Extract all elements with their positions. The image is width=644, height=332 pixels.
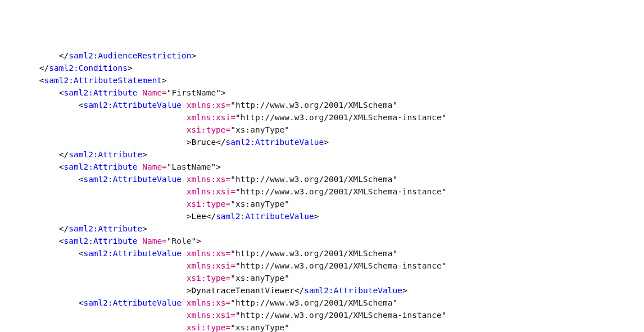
attr-value: http://www.w3.org/2001/XMLSchema — [235, 249, 392, 258]
attr-value: http://www.w3.org/2001/XMLSchema-instanc… — [241, 311, 442, 320]
equals: = — [226, 323, 231, 332]
attr-value: http://www.w3.org/2001/XMLSchema — [235, 298, 392, 307]
attr-name: xmlns:xs — [187, 249, 226, 258]
close-tag: saml2:Attribute — [69, 150, 142, 159]
equals: = — [162, 88, 167, 97]
attr-name: xmlns:xsi — [187, 187, 231, 196]
attr-value: xs:anyType — [235, 199, 284, 208]
attr-value: Role — [172, 237, 192, 245]
text-content: DynatraceTenantViewer — [191, 286, 294, 295]
close-tag: saml2:AudienceRestriction — [69, 51, 191, 60]
attr-name: xmlns:xsi — [187, 113, 231, 122]
open-tag: saml2:AttributeValue — [83, 298, 182, 307]
attr-name: xsi:type — [187, 199, 226, 208]
attr-value: xs:anyType — [235, 274, 284, 283]
equals: = — [226, 101, 231, 110]
attr-value: http://www.w3.org/2001/XMLSchema-instanc… — [241, 187, 442, 196]
attr-name: xmlns:xs — [187, 298, 226, 307]
open-tag: saml2:AttributeValue — [83, 249, 182, 258]
attr-value: http://www.w3.org/2001/XMLSchema — [235, 101, 392, 110]
attr-value: http://www.w3.org/2001/XMLSchema-instanc… — [241, 113, 442, 122]
open-tag: saml2:Attribute — [64, 237, 138, 245]
equals: = — [226, 199, 231, 208]
close-tag: saml2:AttributeValue — [216, 212, 314, 221]
equals: = — [230, 187, 235, 196]
equals: = — [162, 237, 167, 245]
attr-name: xmlns:xs — [187, 175, 226, 184]
equals: = — [230, 311, 235, 320]
attr-name: Name — [142, 237, 162, 245]
open-tag: saml2:AttributeValue — [83, 101, 182, 110]
open-tag: saml2:AttributeStatement — [44, 76, 162, 85]
attr-name: xmlns:xsi — [187, 311, 231, 320]
attr-name: xmlns:xsi — [187, 261, 231, 270]
attr-name: Name — [142, 162, 162, 171]
text-content: Bruce — [191, 138, 216, 147]
attr-name: xsi:type — [187, 323, 226, 332]
equals: = — [226, 249, 231, 258]
open-tag: saml2:Attribute — [64, 162, 138, 171]
close-tag: saml2:AttributeValue — [304, 286, 402, 295]
attr-name: xmlns:xs — [187, 101, 226, 110]
equals: = — [230, 113, 235, 122]
attr-name: Name — [142, 88, 162, 97]
attr-value: LastName — [172, 162, 211, 171]
equals: = — [162, 162, 167, 171]
equals: = — [226, 175, 231, 184]
close-tag: saml2:Attribute — [69, 224, 142, 233]
equals: = — [230, 261, 235, 270]
attr-name: xsi:type — [187, 274, 226, 283]
close-tag: saml2:AttributeValue — [226, 138, 324, 147]
equals: = — [226, 274, 231, 283]
xml-code-block: </saml2:AudienceRestriction> </saml2:Con… — [0, 49, 644, 332]
attr-value: xs:anyType — [235, 323, 284, 332]
attr-name: xsi:type — [187, 125, 226, 134]
attr-value: http://www.w3.org/2001/XMLSchema — [235, 175, 392, 184]
open-tag: saml2:AttributeValue — [83, 175, 182, 184]
close-tag: saml2:Conditions — [49, 63, 128, 72]
attr-value: http://www.w3.org/2001/XMLSchema-instanc… — [241, 261, 442, 270]
equals: = — [226, 298, 231, 307]
open-tag: saml2:Attribute — [64, 88, 138, 97]
attr-value: FirstName — [172, 88, 216, 97]
text-content: Lee — [191, 212, 206, 221]
attr-value: xs:anyType — [235, 125, 284, 134]
equals: = — [226, 125, 231, 134]
